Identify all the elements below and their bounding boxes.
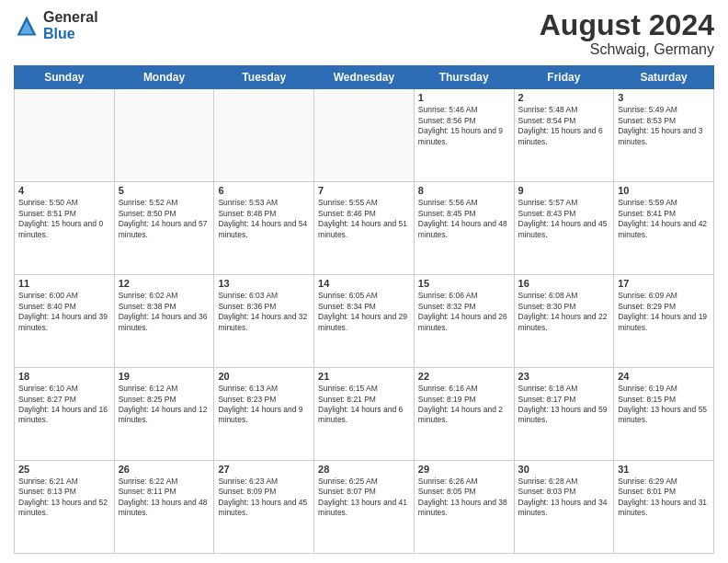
week-row-4: 18Sunrise: 6:10 AM Sunset: 8:27 PM Dayli… (15, 368, 714, 461)
day-number: 4 (18, 185, 110, 196)
logo: General Blue (14, 9, 98, 41)
day-info: Sunrise: 6:21 AM Sunset: 8:13 PM Dayligh… (18, 477, 110, 519)
day-number: 16 (518, 278, 610, 289)
header: General Blue August 2024 Schwaig, German… (14, 9, 714, 58)
day-number: 3 (618, 92, 710, 103)
day-info: Sunrise: 6:12 AM Sunset: 8:25 PM Dayligh… (119, 384, 210, 426)
calendar: SundayMondayTuesdayWednesdayThursdayFrid… (14, 65, 714, 554)
day-info: Sunrise: 6:03 AM Sunset: 8:36 PM Dayligh… (218, 291, 310, 333)
day-number: 31 (618, 464, 710, 475)
day-cell: 30Sunrise: 6:28 AM Sunset: 8:03 PM Dayli… (514, 461, 614, 554)
day-info: Sunrise: 6:25 AM Sunset: 8:07 PM Dayligh… (318, 477, 410, 519)
calendar-table: SundayMondayTuesdayWednesdayThursdayFrid… (14, 65, 714, 554)
location-text: Schwaig, Germany (540, 41, 714, 58)
day-number: 22 (418, 371, 510, 382)
day-info: Sunrise: 6:19 AM Sunset: 8:15 PM Dayligh… (618, 384, 710, 426)
day-number: 6 (218, 185, 310, 196)
day-number: 26 (119, 464, 210, 475)
page: General Blue August 2024 Schwaig, German… (0, 0, 728, 563)
day-cell: 15Sunrise: 6:06 AM Sunset: 8:32 PM Dayli… (414, 275, 514, 368)
day-cell: 2Sunrise: 5:48 AM Sunset: 8:54 PM Daylig… (514, 89, 614, 182)
day-info: Sunrise: 6:18 AM Sunset: 8:17 PM Dayligh… (518, 384, 610, 426)
weekday-header-tuesday: Tuesday (214, 66, 314, 89)
day-number: 12 (119, 278, 210, 289)
day-cell (214, 89, 314, 182)
day-number: 2 (518, 92, 610, 103)
day-info: Sunrise: 6:16 AM Sunset: 8:19 PM Dayligh… (418, 384, 510, 426)
day-number: 7 (318, 185, 410, 196)
day-cell (114, 89, 214, 182)
weekday-header-wednesday: Wednesday (314, 66, 415, 89)
weekday-header-friday: Friday (514, 66, 614, 89)
day-number: 19 (119, 371, 210, 382)
month-year-title: August 2024 (540, 9, 714, 41)
day-cell: 6Sunrise: 5:53 AM Sunset: 8:48 PM Daylig… (214, 182, 314, 275)
day-cell (15, 89, 115, 182)
day-cell: 10Sunrise: 5:59 AM Sunset: 8:41 PM Dayli… (614, 182, 714, 275)
day-number: 27 (218, 464, 310, 475)
calendar-body: 1Sunrise: 5:46 AM Sunset: 8:56 PM Daylig… (15, 89, 714, 554)
day-info: Sunrise: 5:56 AM Sunset: 8:45 PM Dayligh… (418, 198, 510, 240)
day-info: Sunrise: 6:13 AM Sunset: 8:23 PM Dayligh… (218, 384, 310, 426)
day-number: 9 (518, 185, 610, 196)
day-info: Sunrise: 6:10 AM Sunset: 8:27 PM Dayligh… (18, 384, 110, 426)
day-info: Sunrise: 5:55 AM Sunset: 8:46 PM Dayligh… (318, 198, 410, 240)
day-cell: 31Sunrise: 6:29 AM Sunset: 8:01 PM Dayli… (614, 461, 714, 554)
day-number: 20 (218, 371, 310, 382)
day-number: 10 (618, 185, 710, 196)
day-cell: 8Sunrise: 5:56 AM Sunset: 8:45 PM Daylig… (414, 182, 514, 275)
day-cell: 27Sunrise: 6:23 AM Sunset: 8:09 PM Dayli… (214, 461, 314, 554)
day-cell: 3Sunrise: 5:49 AM Sunset: 8:53 PM Daylig… (614, 89, 714, 182)
logo-blue-text: Blue (43, 26, 98, 42)
day-cell: 11Sunrise: 6:00 AM Sunset: 8:40 PM Dayli… (15, 275, 115, 368)
day-cell: 1Sunrise: 5:46 AM Sunset: 8:56 PM Daylig… (414, 89, 514, 182)
day-info: Sunrise: 6:22 AM Sunset: 8:11 PM Dayligh… (119, 477, 210, 519)
day-info: Sunrise: 5:50 AM Sunset: 8:51 PM Dayligh… (18, 198, 110, 240)
day-cell: 23Sunrise: 6:18 AM Sunset: 8:17 PM Dayli… (514, 368, 614, 461)
day-cell: 16Sunrise: 6:08 AM Sunset: 8:30 PM Dayli… (514, 275, 614, 368)
day-info: Sunrise: 5:52 AM Sunset: 8:50 PM Dayligh… (119, 198, 210, 240)
day-cell: 18Sunrise: 6:10 AM Sunset: 8:27 PM Dayli… (15, 368, 115, 461)
day-info: Sunrise: 5:46 AM Sunset: 8:56 PM Dayligh… (418, 105, 510, 147)
day-number: 1 (418, 92, 510, 103)
day-info: Sunrise: 5:59 AM Sunset: 8:41 PM Dayligh… (618, 198, 710, 240)
logo-icon (14, 13, 40, 39)
day-info: Sunrise: 6:09 AM Sunset: 8:29 PM Dayligh… (618, 291, 710, 333)
day-number: 13 (218, 278, 310, 289)
day-info: Sunrise: 6:00 AM Sunset: 8:40 PM Dayligh… (18, 291, 110, 333)
day-info: Sunrise: 6:23 AM Sunset: 8:09 PM Dayligh… (218, 477, 310, 519)
week-row-2: 4Sunrise: 5:50 AM Sunset: 8:51 PM Daylig… (15, 182, 714, 275)
day-info: Sunrise: 6:15 AM Sunset: 8:21 PM Dayligh… (318, 384, 410, 426)
day-cell: 12Sunrise: 6:02 AM Sunset: 8:38 PM Dayli… (114, 275, 214, 368)
week-row-1: 1Sunrise: 5:46 AM Sunset: 8:56 PM Daylig… (15, 89, 714, 182)
week-row-5: 25Sunrise: 6:21 AM Sunset: 8:13 PM Dayli… (15, 461, 714, 554)
calendar-header: SundayMondayTuesdayWednesdayThursdayFrid… (15, 66, 714, 89)
day-number: 17 (618, 278, 710, 289)
title-block: August 2024 Schwaig, Germany (540, 9, 714, 58)
day-number: 29 (418, 464, 510, 475)
day-info: Sunrise: 6:08 AM Sunset: 8:30 PM Dayligh… (518, 291, 610, 333)
day-number: 28 (318, 464, 410, 475)
day-number: 14 (318, 278, 410, 289)
week-row-3: 11Sunrise: 6:00 AM Sunset: 8:40 PM Dayli… (15, 275, 714, 368)
day-number: 21 (318, 371, 410, 382)
day-number: 5 (119, 185, 210, 196)
day-cell: 4Sunrise: 5:50 AM Sunset: 8:51 PM Daylig… (15, 182, 115, 275)
day-number: 8 (418, 185, 510, 196)
day-cell: 19Sunrise: 6:12 AM Sunset: 8:25 PM Dayli… (114, 368, 214, 461)
day-cell: 26Sunrise: 6:22 AM Sunset: 8:11 PM Dayli… (114, 461, 214, 554)
day-info: Sunrise: 5:57 AM Sunset: 8:43 PM Dayligh… (518, 198, 610, 240)
weekday-header-row: SundayMondayTuesdayWednesdayThursdayFrid… (15, 66, 714, 89)
logo-general-text: General (43, 9, 98, 26)
logo-text: General Blue (43, 9, 98, 41)
weekday-header-saturday: Saturday (614, 66, 714, 89)
day-info: Sunrise: 5:49 AM Sunset: 8:53 PM Dayligh… (618, 105, 710, 147)
day-cell: 28Sunrise: 6:25 AM Sunset: 8:07 PM Dayli… (314, 461, 415, 554)
day-cell: 14Sunrise: 6:05 AM Sunset: 8:34 PM Dayli… (314, 275, 415, 368)
day-info: Sunrise: 5:53 AM Sunset: 8:48 PM Dayligh… (218, 198, 310, 240)
day-number: 18 (18, 371, 110, 382)
day-info: Sunrise: 6:28 AM Sunset: 8:03 PM Dayligh… (518, 477, 610, 519)
day-info: Sunrise: 6:02 AM Sunset: 8:38 PM Dayligh… (119, 291, 210, 333)
day-cell: 7Sunrise: 5:55 AM Sunset: 8:46 PM Daylig… (314, 182, 415, 275)
day-cell (314, 89, 415, 182)
